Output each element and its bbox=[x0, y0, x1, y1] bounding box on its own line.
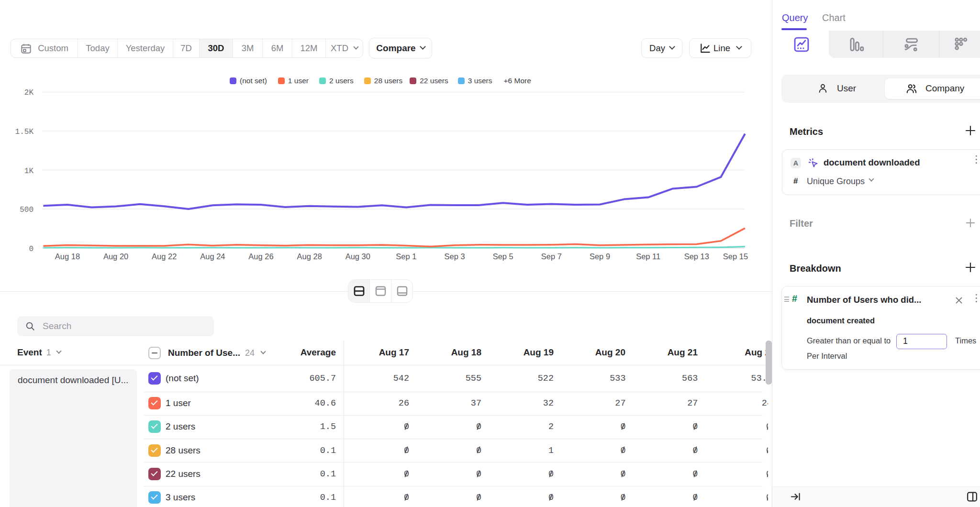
svg-text:Sep 11: Sep 11 bbox=[636, 252, 660, 261]
svg-text:500: 500 bbox=[20, 206, 33, 214]
svg-text:Sep 3: Sep 3 bbox=[445, 252, 465, 261]
svg-text:2K: 2K bbox=[24, 88, 34, 97]
svg-text:Aug 22: Aug 22 bbox=[152, 252, 177, 261]
svg-text:Sep 1: Sep 1 bbox=[396, 252, 416, 261]
svg-text:0: 0 bbox=[29, 245, 33, 254]
svg-text:Sep 9: Sep 9 bbox=[590, 252, 610, 261]
svg-text:Aug 18: Aug 18 bbox=[55, 252, 80, 261]
svg-text:1.5K: 1.5K bbox=[15, 128, 34, 136]
svg-text:Sep 5: Sep 5 bbox=[493, 252, 513, 261]
svg-text:Aug 20: Aug 20 bbox=[103, 252, 128, 261]
svg-text:Aug 24: Aug 24 bbox=[200, 252, 225, 261]
svg-text:1K: 1K bbox=[24, 167, 34, 176]
svg-text:Sep 7: Sep 7 bbox=[541, 252, 562, 261]
svg-text:Aug 28: Aug 28 bbox=[297, 252, 322, 261]
svg-text:Sep 15: Sep 15 bbox=[723, 252, 748, 261]
svg-text:Aug 26: Aug 26 bbox=[248, 252, 273, 261]
svg-text:Sep 13: Sep 13 bbox=[684, 252, 709, 261]
svg-text:Aug 30: Aug 30 bbox=[345, 252, 370, 261]
